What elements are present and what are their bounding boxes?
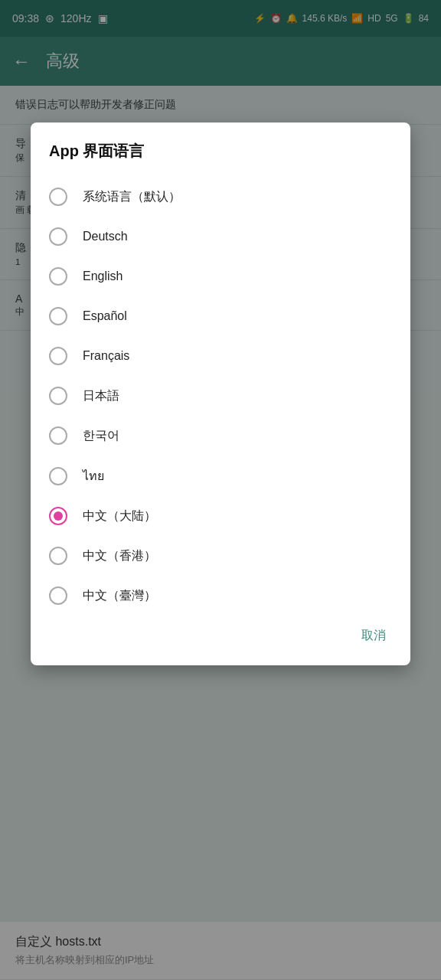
language-label-francais: Français — [83, 349, 129, 363]
radio-circle-japanese — [49, 387, 67, 405]
language-label-zh-tw: 中文（臺灣） — [83, 588, 156, 604]
cancel-button[interactable]: 取消 — [349, 622, 398, 650]
radio-circle-francais — [49, 347, 67, 365]
language-label-deutsch: Deutsch — [83, 230, 128, 243]
radio-circle-english — [49, 267, 67, 286]
radio-circle-korean — [49, 426, 67, 445]
language-option-english[interactable]: English — [31, 256, 410, 296]
language-option-japanese[interactable]: 日本語 — [31, 376, 410, 416]
language-option-francais[interactable]: Français — [31, 336, 410, 376]
language-label-korean: 한국어 — [83, 428, 119, 444]
radio-circle-thai — [49, 467, 67, 485]
language-option-zh-hk[interactable]: 中文（香港） — [31, 536, 410, 576]
radio-circle-espanol — [49, 307, 67, 325]
language-label-espanol: Español — [83, 309, 127, 323]
language-option-deutsch[interactable]: Deutsch — [31, 217, 410, 256]
language-dialog: App 界面语言 系统语言（默认）DeutschEnglishEspañolFr… — [31, 122, 410, 665]
radio-circle-zh-cn — [49, 507, 67, 525]
language-option-system[interactable]: 系统语言（默认） — [31, 177, 410, 217]
language-option-espanol[interactable]: Español — [31, 296, 410, 336]
language-option-zh-tw[interactable]: 中文（臺灣） — [31, 576, 410, 616]
language-option-zh-cn[interactable]: 中文（大陆） — [31, 496, 410, 536]
radio-circle-zh-hk — [49, 547, 67, 565]
radio-circle-zh-tw — [49, 586, 67, 605]
language-label-thai: ไทย — [83, 466, 104, 485]
dialog-title: App 界面语言 — [31, 141, 410, 177]
dialog-actions: 取消 — [31, 616, 410, 659]
radio-inner-zh-cn — [54, 511, 63, 521]
language-option-korean[interactable]: 한국어 — [31, 416, 410, 456]
radio-circle-system — [49, 188, 67, 206]
language-option-thai[interactable]: ไทย — [31, 456, 410, 496]
language-label-zh-cn: 中文（大陆） — [83, 508, 156, 524]
language-label-system: 系统语言（默认） — [83, 189, 181, 205]
language-label-japanese: 日本語 — [83, 388, 119, 404]
language-label-english: English — [83, 270, 122, 283]
language-options-list: 系统语言（默认）DeutschEnglishEspañolFrançais日本語… — [31, 177, 410, 616]
radio-circle-deutsch — [49, 227, 67, 246]
language-label-zh-hk: 中文（香港） — [83, 548, 156, 564]
